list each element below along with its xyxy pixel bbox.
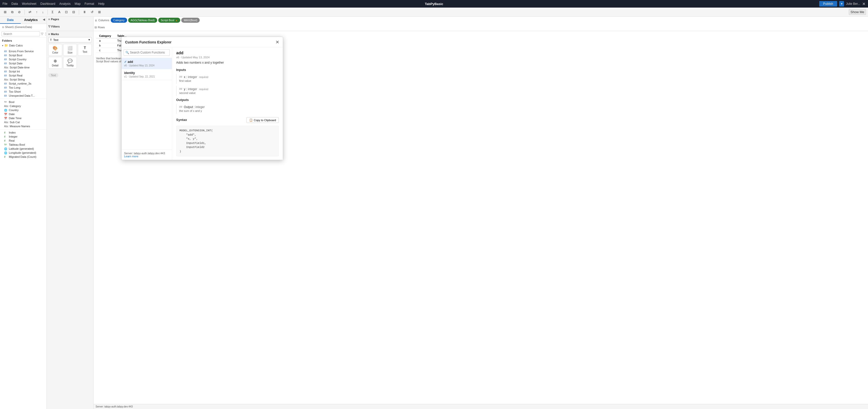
pause-button[interactable]: ⏸ — [81, 9, 88, 15]
panel-collapse-button[interactable]: ◀ — [41, 17, 46, 24]
field-too-short[interactable]: ## Too Short — [0, 90, 46, 94]
marks-btn-tooltip[interactable]: 💬 Tooltip — [63, 57, 77, 69]
func-item-add[interactable]: ✓ add v6 · Updated May 13, 2024 — [122, 58, 172, 69]
folder-dato-calcs[interactable]: ▾ 📁 Dato Calcs — [2, 43, 44, 48]
inputs-section-title: Inputs — [176, 68, 279, 72]
sort-fields-button[interactable]: ⋮ — [44, 32, 47, 36]
marks-btn-tooltip-label: Tooltip — [66, 64, 74, 67]
field-latitude[interactable]: 🌐 Latitude (generated) — [0, 147, 46, 151]
search-box-container: ▽ ⋮ — [0, 30, 46, 38]
field-tableau-bool[interactable]: TF Tableau Bool — [0, 143, 46, 147]
tab-data[interactable]: Data — [0, 17, 21, 24]
field-icon-measure: ## — [4, 58, 8, 61]
field-label: Date Time — [9, 116, 22, 120]
field-script-int[interactable]: ## Script Int — [0, 69, 46, 73]
field-country[interactable]: 🌐 Country — [0, 108, 46, 112]
publish-dropdown-button[interactable]: ▾ — [839, 1, 844, 7]
marks-btn-color-label: Color — [52, 51, 58, 54]
menu-map[interactable]: Map — [74, 2, 81, 5]
column-pill-max-bool-label: MAX(Bool) — [184, 19, 197, 22]
field-real[interactable]: # Real — [0, 139, 46, 143]
modal-left-panel: 🔍 ✓ add v6 · Updated May 13, 2024 — [122, 47, 172, 160]
copy-to-clipboard-button[interactable]: 📋 Copy to Clipboard — [246, 117, 279, 123]
marks-type-select[interactable]: T Text ▾ — [48, 37, 92, 42]
marks-btn-text[interactable]: T Text — [78, 44, 92, 56]
marks-btn-size-label: Size — [67, 51, 72, 54]
search-input[interactable] — [2, 31, 40, 36]
field-label: Measure Names — [10, 125, 30, 128]
field-icon-measure-green: # — [4, 135, 8, 138]
field-script-runtime[interactable]: ## Script_runtime_3s — [0, 81, 46, 86]
cell-c: c — [96, 48, 114, 53]
field-script-bool[interactable]: ## Script Bool — [0, 53, 46, 57]
menu-analysis[interactable]: Analysis — [59, 2, 71, 5]
menu-worksheet[interactable]: Worksheet — [22, 2, 36, 5]
field-longitude[interactable]: 🌐 Longitude (generated) — [0, 151, 46, 155]
column-pill-category[interactable]: Category — [111, 18, 127, 23]
window-close-button[interactable]: ✕ — [862, 1, 865, 6]
field-script-date[interactable]: ## Script Date — [0, 61, 46, 65]
modal-search-input[interactable] — [124, 49, 170, 56]
view-bottom-bar: Server: tabpy-auth.tabpy.dev:443 — [94, 404, 868, 409]
update-button[interactable]: ↺ — [89, 9, 95, 15]
marks-type-label: Text — [53, 38, 58, 41]
show-me-button[interactable]: Show Me — [849, 9, 866, 15]
field-script-string[interactable]: Abc Script String — [0, 77, 46, 81]
field-script-country[interactable]: ## Script Country — [0, 57, 46, 61]
column-pill-script-bool[interactable]: Script Bool ▲ — [158, 18, 180, 23]
menu-dashboard[interactable]: Dashboard — [40, 2, 55, 5]
fields-divider-2 — [0, 129, 46, 130]
field-sub-cat[interactable]: Abc Sub Cat — [0, 120, 46, 124]
duplicate-button[interactable]: ⧉ — [9, 9, 15, 15]
menu-data[interactable]: Data — [11, 2, 18, 5]
field-unexpected-data[interactable]: ## Unexpected Data T... — [0, 94, 46, 98]
field-script-date-time[interactable]: Abc Script Date-time — [0, 65, 46, 69]
column-pill-script-bool-label: Script Bool — [161, 19, 174, 22]
func-item-identity[interactable]: identity v1 · Updated Sep. 22, 2021 — [122, 69, 172, 80]
field-icon-measure-green: # — [4, 156, 8, 158]
swap-button[interactable]: ⇄ — [27, 9, 33, 15]
present-button[interactable]: ⊞ — [96, 9, 103, 15]
field-icon-measure: ## — [4, 70, 8, 73]
marks-btn-color[interactable]: 🎨 Color — [48, 44, 62, 56]
column-pill-agg-tableau-bool[interactable]: AGG(Tableau Bool) — [128, 18, 157, 23]
learn-more-link[interactable]: Learn more — [124, 155, 138, 158]
field-date[interactable]: 📅 Date — [0, 112, 46, 116]
publish-button[interactable]: Publish — [819, 1, 837, 7]
param-output-name: Output : integer — [184, 105, 205, 109]
field-bool[interactable]: TF Bool — [0, 100, 46, 104]
marks-btn-size[interactable]: ⬜ Size — [63, 44, 77, 56]
sort-asc-button[interactable]: ↑ — [34, 9, 39, 15]
modal-title: Custom Functions Explorer — [125, 40, 172, 44]
field-category[interactable]: Abc Category — [0, 104, 46, 108]
clear-button[interactable]: ⊘ — [16, 9, 23, 15]
marks-btn-detail[interactable]: ⊕ Detail — [48, 57, 62, 69]
field-integer[interactable]: # Integer — [0, 135, 46, 139]
highlight-button[interactable]: A — [56, 9, 62, 15]
field-script-real[interactable]: ## Script Real — [0, 73, 46, 77]
new-sheet-button[interactable]: ⊞ — [2, 9, 8, 15]
filter-button[interactable]: ▽ — [41, 32, 43, 36]
field-migrated-data[interactable]: # Migrated Data (Count) — [0, 155, 46, 159]
modal-close-button[interactable]: ✕ — [276, 39, 279, 45]
fit-button[interactable]: ⊡ — [63, 9, 69, 15]
rows-label: ⊟ Rows — [95, 26, 110, 29]
field-icon-measure-green: # — [4, 139, 8, 142]
fix-button[interactable]: ⊟ — [70, 9, 77, 15]
sort-desc-button[interactable]: ↓ — [40, 9, 46, 15]
param-x: ## x : integer required first value — [176, 74, 279, 84]
column-pill-category-label: Category — [113, 19, 125, 22]
menu-file[interactable]: File — [3, 2, 7, 5]
field-too-long[interactable]: ## Too Long — [0, 86, 46, 90]
tab-analytics[interactable]: Analytics — [21, 17, 41, 24]
field-errors-from-service[interactable]: ## Errors From Service — [0, 49, 46, 53]
pages-header: ≡ Pages — [48, 18, 92, 21]
func-name-add: ✓ add — [124, 60, 169, 64]
menu-help[interactable]: Help — [98, 2, 105, 5]
field-measure-names[interactable]: Abc Measure Names — [0, 124, 46, 128]
field-date-time[interactable]: 📅 Date Time — [0, 116, 46, 120]
menu-format[interactable]: Format — [85, 2, 94, 5]
field-index[interactable]: # Index — [0, 131, 46, 135]
sum-button[interactable]: Σ — [50, 9, 55, 15]
column-pill-max-bool[interactable]: MAX(Bool) — [181, 18, 200, 23]
